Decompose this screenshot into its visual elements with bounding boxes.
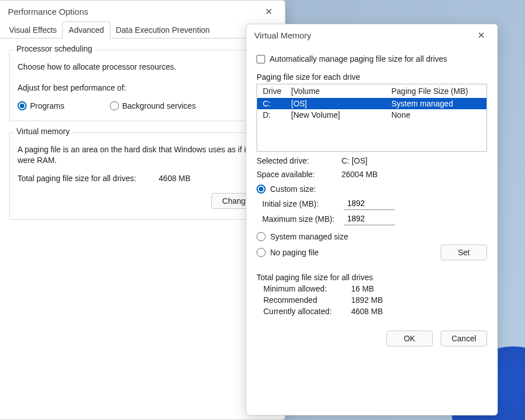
tab-dep[interactable]: Data Execution Prevention: [110, 22, 216, 38]
processor-scheduling-group: Processor scheduling Choose how to alloc…: [9, 50, 276, 121]
space-available-value: 26004 MB: [342, 170, 378, 179]
cell-drive: C:: [263, 99, 291, 108]
checkbox-box-icon: [257, 55, 265, 63]
radio-dot-icon: [257, 248, 266, 257]
set-button[interactable]: Set: [441, 245, 487, 260]
drive-list[interactable]: Drive [Volume Paging File Size (MB) C: […: [257, 84, 487, 152]
min-allowed-value: 16 MB: [351, 284, 374, 293]
drive-row-c[interactable]: C: [OS] System managed: [257, 98, 486, 109]
perf-titlebar[interactable]: Performance Options ✕: [0, 1, 285, 22]
recommended-label: Recommended: [263, 295, 351, 305]
drive-row-d[interactable]: D: [New Volume] None: [257, 109, 486, 121]
initial-size-label: Initial size (MB):: [262, 199, 342, 208]
virtual-memory-group: Virtual memory A paging file is an area …: [9, 132, 276, 220]
cell-size: System managed: [391, 99, 482, 108]
currently-allocated-value: 4608 MB: [351, 307, 383, 316]
min-allowed-label: Minimum allowed:: [263, 284, 351, 293]
radio-background-services[interactable]: Background services: [110, 101, 196, 110]
radio-dot-icon: [257, 185, 266, 194]
list-section-label: Paging file size for each drive: [257, 72, 487, 82]
radio-dot-icon: [110, 101, 119, 110]
performance-options-window: Performance Options ✕ Visual Effects Adv…: [0, 0, 285, 420]
close-icon[interactable]: ✕: [473, 29, 489, 42]
total-value: 4608 MB: [159, 174, 190, 183]
tab-visual-effects[interactable]: Visual Effects: [3, 22, 62, 38]
virtual-memory-window: Virtual Memory ✕ Automatically manage pa…: [246, 24, 498, 415]
vm-titlebar[interactable]: Virtual Memory ✕: [246, 24, 497, 45]
cell-size: None: [391, 110, 482, 119]
initial-size-input[interactable]: [344, 197, 395, 210]
total-label: Total paging file size for all drives:: [18, 174, 136, 183]
radio-programs[interactable]: Programs: [18, 101, 65, 110]
radio-bgsvc-label: Background services: [122, 101, 196, 110]
ok-button[interactable]: OK: [386, 331, 433, 346]
vm-desc: A paging file is an area on the hard dis…: [18, 144, 267, 166]
maximum-size-label: Maximum size (MB):: [262, 215, 342, 224]
drive-list-header: Drive [Volume Paging File Size (MB): [257, 84, 486, 98]
summary-section: Total paging file size for all drives Mi…: [257, 273, 487, 316]
tab-row: Visual Effects Advanced Data Execution P…: [0, 22, 285, 38]
cell-drive: D:: [263, 110, 291, 119]
selected-drive-label: Selected drive:: [257, 156, 342, 165]
auto-manage-label: Automatically manage paging file size fo…: [270, 54, 447, 63]
perf-title: Performance Options: [8, 7, 88, 16]
currently-allocated-label: Currently allocated:: [263, 307, 351, 316]
vm-title: Virtual Memory: [254, 31, 311, 40]
vm-group-label: Virtual memory: [14, 127, 72, 136]
radio-dot-icon: [257, 232, 266, 241]
space-available-label: Space available:: [257, 170, 342, 179]
summary-label: Total paging file size for all drives: [257, 273, 487, 282]
cell-volume: [OS]: [291, 99, 391, 108]
selected-drive-value: C: [OS]: [342, 156, 368, 165]
proc-group-label: Processor scheduling: [14, 44, 95, 53]
head-volume: [Volume: [291, 87, 391, 96]
close-icon[interactable]: ✕: [261, 5, 277, 18]
auto-manage-checkbox[interactable]: Automatically manage paging file size fo…: [257, 54, 447, 63]
cancel-button[interactable]: Cancel: [441, 331, 487, 346]
recommended-value: 1892 MB: [351, 295, 383, 305]
adjust-label: Adjust for best performance of:: [18, 83, 267, 93]
tab-advanced[interactable]: Advanced: [62, 22, 110, 38]
radio-no-paging-file[interactable]: No paging file: [270, 248, 319, 257]
cell-volume: [New Volume]: [291, 110, 391, 119]
radio-programs-label: Programs: [30, 101, 65, 110]
head-size: Paging File Size (MB): [391, 87, 482, 96]
proc-desc: Choose how to allocate processor resourc…: [18, 62, 267, 72]
radio-system-managed[interactable]: System managed size: [270, 232, 348, 241]
radio-dot-icon: [18, 101, 27, 110]
radio-custom-size[interactable]: Custom size:: [270, 185, 316, 194]
maximum-size-input[interactable]: [344, 212, 395, 225]
head-drive: Drive: [263, 87, 291, 96]
